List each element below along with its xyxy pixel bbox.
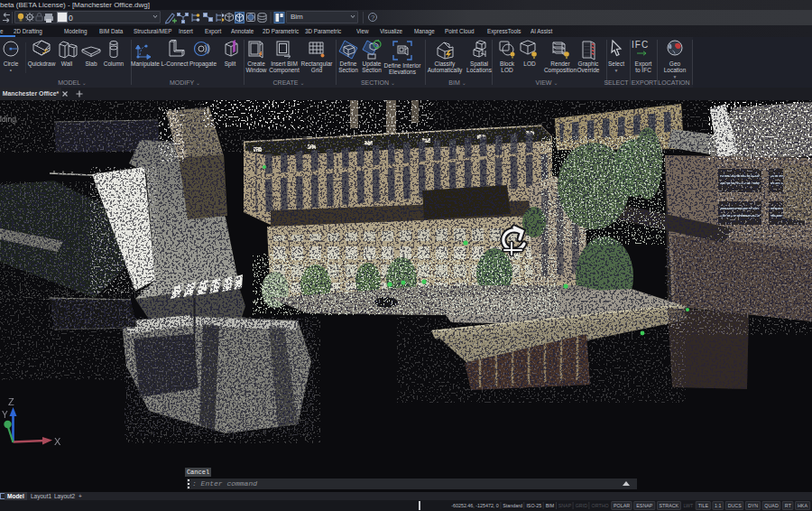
svg-text:lding: lding bbox=[0, 115, 16, 124]
svg-text:Y: Y bbox=[2, 410, 8, 420]
svg-text:IFC: IFC bbox=[632, 40, 649, 50]
svg-text:0: 0 bbox=[69, 14, 73, 23]
svg-text:X: X bbox=[54, 436, 61, 447]
svg-text:Z: Z bbox=[8, 396, 14, 407]
svg-text:?: ? bbox=[371, 14, 375, 22]
